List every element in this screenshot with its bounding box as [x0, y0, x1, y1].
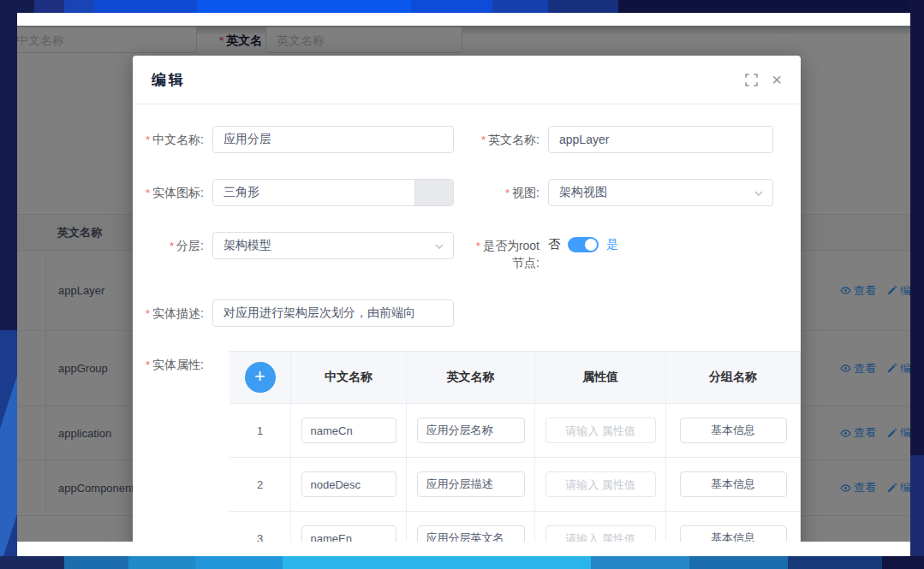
toggle-off-text: 否	[548, 237, 560, 252]
header-attr-value: 属性值	[535, 352, 666, 403]
chevron-down-icon	[754, 188, 764, 199]
layer-label: *分层:	[140, 232, 204, 255]
attr-cn-name-input[interactable]	[301, 471, 396, 497]
header-add-cell: +	[230, 352, 291, 403]
desktop-top-stripe	[0, 0, 924, 13]
en-name-input[interactable]	[548, 126, 773, 153]
desktop-left-stripe	[0, 0, 17, 569]
edit-dialog: 编辑 × *中文名称: *英文名称: *实体图标:	[133, 56, 801, 542]
attribute-table-header: + 中文名称 英文名称 属性值 分组名称	[230, 352, 801, 404]
app-window: *英文名 英文名称 appLayer 查看 编辑	[17, 13, 910, 556]
switch-knob	[585, 239, 597, 251]
cn-name-input[interactable]	[212, 126, 454, 153]
entity-attrs-label: *实体属性:	[140, 351, 204, 374]
attr-en-name-input[interactable]	[417, 418, 525, 443]
row-index: 2	[230, 458, 291, 511]
is-root-toggle-group: 否 是	[548, 232, 618, 252]
row-index: 1	[230, 404, 291, 457]
form-row: *分层: 架构模型 *是否为root节点: 否 是	[133, 232, 801, 271]
form-row: *实体属性: + 中文名称 英文名称 属性值 分组名称 1	[133, 351, 801, 542]
attribute-table: + 中文名称 英文名称 属性值 分组名称 1	[230, 351, 801, 542]
dialog-body: *中文名称: *英文名称: *实体图标: *视图: 架构视图	[133, 104, 801, 542]
desktop-bottom-stripe	[0, 556, 924, 569]
entity-icon-input-group	[212, 179, 454, 206]
is-root-switch[interactable]	[568, 237, 599, 252]
attr-cn-name-input[interactable]	[301, 418, 396, 443]
header-group-name: 分组名称	[666, 352, 801, 403]
entity-icon-input[interactable]	[213, 180, 414, 205]
chevron-down-icon	[434, 241, 444, 252]
attr-group-input[interactable]	[680, 525, 787, 542]
form-row: *实体描述:	[133, 299, 801, 327]
toggle-on-text: 是	[606, 237, 618, 252]
attribute-row: 1	[230, 404, 801, 458]
entity-icon-label: *实体图标:	[140, 179, 204, 202]
en-name-label: *英文名称:	[475, 126, 539, 149]
attr-group-input[interactable]	[680, 471, 787, 497]
close-icon[interactable]: ×	[772, 71, 782, 88]
attr-value-input[interactable]	[545, 418, 656, 443]
layer-select[interactable]: 架构模型	[212, 232, 454, 259]
dialog-title: 编辑	[152, 70, 186, 90]
attr-group-input[interactable]	[680, 418, 787, 443]
view-select[interactable]: 架构视图	[548, 179, 773, 206]
cn-name-label: *中文名称:	[140, 126, 204, 149]
entity-desc-input[interactable]	[212, 299, 454, 327]
attr-en-name-input[interactable]	[417, 471, 525, 497]
view-label: *视图:	[475, 179, 539, 202]
add-row-button[interactable]: +	[245, 362, 276, 393]
attr-value-input[interactable]	[545, 471, 656, 497]
form-row: *实体图标: *视图: 架构视图	[133, 179, 801, 206]
attr-value-input[interactable]	[545, 525, 656, 542]
desktop-right-stripe	[910, 0, 924, 569]
row-index: 3	[230, 512, 291, 542]
attribute-row: 3	[230, 512, 801, 542]
attr-en-name-input[interactable]	[417, 525, 525, 542]
form-row: *中文名称: *英文名称:	[133, 126, 801, 153]
fullscreen-icon[interactable]	[745, 74, 758, 86]
header-cn-name: 中文名称	[291, 352, 407, 403]
page-viewport: *英文名 英文名称 appLayer 查看 编辑	[17, 26, 910, 542]
entity-desc-label: *实体描述:	[140, 299, 204, 323]
layer-select-value: 架构模型	[224, 238, 271, 253]
icon-picker-button[interactable]	[414, 180, 453, 205]
attribute-row: 2	[230, 458, 801, 512]
header-en-name: 英文名称	[407, 352, 535, 403]
dialog-header: 编辑 ×	[133, 56, 801, 104]
view-select-value: 架构视图	[559, 185, 607, 200]
is-root-label: *是否为root节点:	[475, 232, 539, 271]
attr-cn-name-input[interactable]	[301, 525, 396, 542]
